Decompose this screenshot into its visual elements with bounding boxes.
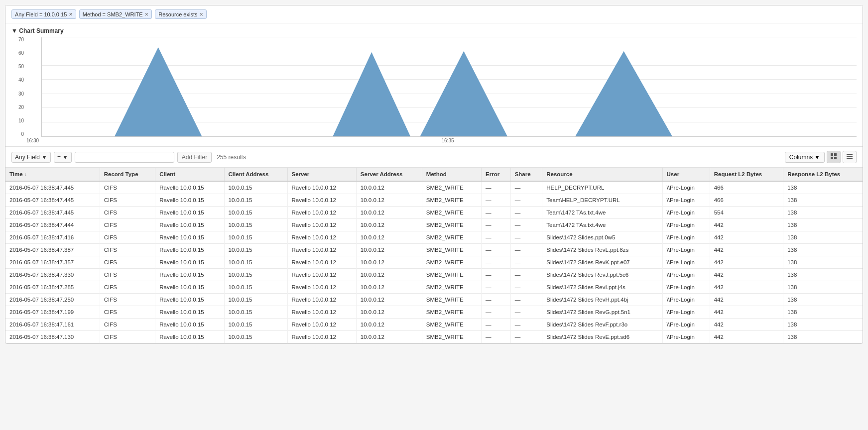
cell-error: — [482, 331, 511, 343]
col-header-method[interactable]: Method [422, 168, 481, 181]
filter-tag-anyfield-close[interactable]: × [69, 11, 73, 17]
equals-label: = [57, 154, 61, 161]
equals-dropdown[interactable]: = ▼ [54, 152, 72, 163]
col-header-time[interactable]: Time ↓ [5, 168, 100, 181]
table-body: 2016-05-07 16:38:47.445CIFSRavello 10.0.… [5, 181, 863, 343]
col-header-resource[interactable]: Resource [542, 168, 662, 181]
grid-view-button[interactable] [827, 151, 841, 163]
col-header-share[interactable]: Share [510, 168, 542, 181]
chart-triangle-3 [420, 51, 507, 136]
cell-responseL2: 138 [783, 231, 863, 244]
table-row[interactable]: 2016-05-07 16:38:47.199CIFSRavello 10.0.… [5, 306, 863, 319]
cell-error: — [482, 219, 511, 231]
search-input[interactable] [75, 152, 174, 163]
cell-resource: Slides\1472 Slides RevJ.ppt.5c6 [542, 269, 662, 281]
cell-recordType: CIFS [100, 194, 155, 207]
add-filter-button[interactable]: Add Filter [177, 152, 212, 163]
svg-rect-1 [834, 153, 837, 156]
cell-recordType: CIFS [100, 306, 155, 319]
cell-requestL2: 442 [710, 244, 783, 256]
cell-method: SMB2_WRITE [422, 256, 481, 269]
col-header-server[interactable]: Server [287, 168, 356, 181]
cell-client: Ravello 10.0.0.15 [155, 219, 224, 231]
table-row[interactable]: 2016-05-07 16:38:47.250CIFSRavello 10.0.… [5, 294, 863, 306]
filter-tag-method[interactable]: Method = SMB2_WRITE × [79, 9, 152, 19]
col-header-error[interactable]: Error [482, 168, 511, 181]
cell-requestL2: 442 [710, 256, 783, 269]
cell-method: SMB2_WRITE [422, 219, 481, 231]
svg-rect-6 [847, 158, 853, 159]
any-field-dropdown[interactable]: Any Field ▼ [11, 152, 51, 163]
cell-server: Ravello 10.0.0.12 [287, 306, 356, 319]
table-row[interactable]: 2016-05-07 16:38:47.357CIFSRavello 10.0.… [5, 256, 863, 269]
list-view-button[interactable] [843, 151, 857, 163]
cell-method: SMB2_WRITE [422, 331, 481, 343]
cell-error: — [482, 194, 511, 207]
cell-responseL2: 138 [783, 319, 863, 331]
cell-resource: Team\HELP_DECRYPT.URL [542, 194, 662, 207]
sort-icon-time: ↓ [24, 172, 27, 177]
cell-time: 2016-05-07 16:38:47.161 [5, 319, 100, 331]
cell-clientAddress: 10.0.0.15 [224, 181, 287, 194]
cell-user: \\Pre-Login [662, 319, 710, 331]
grid-icon [830, 153, 837, 160]
cell-error: — [482, 231, 511, 244]
cell-user: \\Pre-Login [662, 207, 710, 219]
cell-serverAddress: 10.0.0.12 [356, 207, 422, 219]
cell-server: Ravello 10.0.0.12 [287, 319, 356, 331]
cell-requestL2: 442 [710, 319, 783, 331]
cell-requestL2: 442 [710, 306, 783, 319]
filter-tag-method-close[interactable]: × [145, 11, 149, 17]
results-table: Time ↓ Record Type Client Client Address… [5, 168, 863, 343]
table-row[interactable]: 2016-05-07 16:38:47.330CIFSRavello 10.0.… [5, 269, 863, 281]
cell-serverAddress: 10.0.0.12 [356, 306, 422, 319]
cell-share: — [510, 306, 542, 319]
cell-recordType: CIFS [100, 294, 155, 306]
table-row[interactable]: 2016-05-07 16:38:47.161CIFSRavello 10.0.… [5, 319, 863, 331]
chart-title[interactable]: ▼ Chart Summary [11, 27, 857, 34]
cell-recordType: CIFS [100, 219, 155, 231]
cell-share: — [510, 207, 542, 219]
cell-client: Ravello 10.0.0.15 [155, 319, 224, 331]
cell-serverAddress: 10.0.0.12 [356, 231, 422, 244]
cell-clientAddress: 10.0.0.15 [224, 231, 287, 244]
cell-server: Ravello 10.0.0.12 [287, 294, 356, 306]
cell-error: — [482, 244, 511, 256]
cell-share: — [510, 281, 542, 294]
cell-share: — [510, 269, 542, 281]
col-header-client[interactable]: Client [155, 168, 224, 181]
table-row[interactable]: 2016-05-07 16:38:47.416CIFSRavello 10.0.… [5, 231, 863, 244]
col-header-request-l2[interactable]: Request L2 Bytes [710, 168, 783, 181]
table-row[interactable]: 2016-05-07 16:38:47.130CIFSRavello 10.0.… [5, 331, 863, 343]
filter-tag-anyfield[interactable]: Any Field = 10.0.0.15 × [11, 9, 76, 19]
col-header-client-address[interactable]: Client Address [224, 168, 287, 181]
cell-error: — [482, 181, 511, 194]
table-row[interactable]: 2016-05-07 16:38:47.444CIFSRavello 10.0.… [5, 219, 863, 231]
col-header-record-type[interactable]: Record Type [100, 168, 155, 181]
col-header-server-address[interactable]: Server Address [356, 168, 422, 181]
filter-tag-resource[interactable]: Resource exists × [155, 9, 207, 19]
results-count: 255 results [217, 154, 246, 161]
cell-time: 2016-05-07 16:38:47.357 [5, 256, 100, 269]
table-row[interactable]: 2016-05-07 16:38:47.445CIFSRavello 10.0.… [5, 194, 863, 207]
chart-y-axis: 0 10 20 30 40 50 60 70 [11, 37, 24, 137]
table-row[interactable]: 2016-05-07 16:38:47.285CIFSRavello 10.0.… [5, 281, 863, 294]
col-header-user[interactable]: User [662, 168, 710, 181]
cell-serverAddress: 10.0.0.12 [356, 331, 422, 343]
cell-share: — [510, 219, 542, 231]
cell-clientAddress: 10.0.0.15 [224, 194, 287, 207]
chart-triangle-2 [333, 52, 410, 136]
cell-user: \\Pre-Login [662, 244, 710, 256]
cell-responseL2: 138 [783, 331, 863, 343]
table-row[interactable]: 2016-05-07 16:38:47.387CIFSRavello 10.0.… [5, 244, 863, 256]
filter-tag-resource-close[interactable]: × [199, 11, 203, 17]
cell-requestL2: 554 [710, 207, 783, 219]
cell-client: Ravello 10.0.0.15 [155, 269, 224, 281]
col-header-response-l2[interactable]: Response L2 Bytes [783, 168, 863, 181]
cell-server: Ravello 10.0.0.12 [287, 281, 356, 294]
table-row[interactable]: 2016-05-07 16:38:47.445CIFSRavello 10.0.… [5, 181, 863, 194]
columns-button[interactable]: Columns ▼ [785, 152, 825, 163]
table-row[interactable]: 2016-05-07 16:38:47.445CIFSRavello 10.0.… [5, 207, 863, 219]
cell-recordType: CIFS [100, 281, 155, 294]
cell-time: 2016-05-07 16:38:47.285 [5, 281, 100, 294]
